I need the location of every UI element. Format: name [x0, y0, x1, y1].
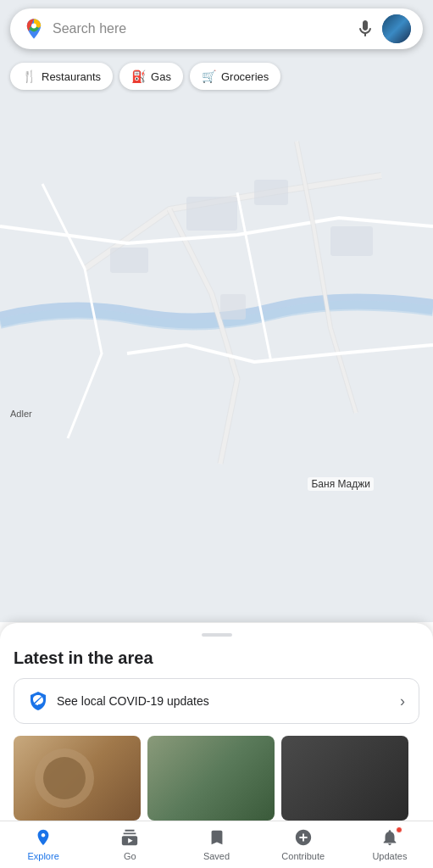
bottom-sheet-handle — [202, 633, 232, 637]
covid-card-left: See local COVID-19 updates — [28, 691, 209, 711]
go-label: Go — [124, 852, 136, 861]
chip-groceries[interactable]: 🛒 Groceries — [190, 63, 280, 90]
svg-rect-4 — [220, 294, 246, 320]
search-area: Search here 🍴 Restaurants ⛽ Gas 🛒 Grocer… — [0, 0, 433, 56]
chip-restaurants[interactable]: 🍴 Restaurants — [10, 63, 113, 90]
nav-item-explore[interactable]: Explore — [0, 823, 86, 866]
bottom-sheet: Latest in the area See local COVID-19 up… — [0, 623, 433, 821]
svg-rect-2 — [254, 180, 288, 205]
contribute-label: Contribute — [281, 852, 325, 861]
restaurant-icon: 🍴 — [22, 70, 36, 83]
search-input[interactable]: Search here — [53, 21, 348, 36]
bottom-navigation: Explore Go Saved Contribute Updates — [0, 821, 433, 868]
mic-icon[interactable] — [355, 19, 375, 39]
covid-card-text: See local COVID-19 updates — [57, 694, 209, 708]
updates-label: Updates — [372, 852, 407, 861]
nav-item-updates[interactable]: Updates — [347, 823, 433, 866]
nav-item-go[interactable]: Go — [86, 823, 173, 866]
avatar[interactable] — [382, 14, 411, 43]
search-bar[interactable]: Search here — [10, 8, 423, 49]
latest-in-area-title: Latest in the area — [0, 648, 433, 678]
groceries-icon: 🛒 — [202, 70, 216, 83]
covid-shield-icon — [28, 691, 48, 711]
nav-item-contribute[interactable]: Contribute — [260, 823, 347, 866]
gas-icon: ⛽ — [131, 70, 146, 83]
avatar-image — [382, 14, 411, 43]
svg-point-6 — [31, 24, 36, 29]
adler-map-label: Adler — [10, 409, 32, 419]
explore-label: Explore — [27, 852, 58, 861]
nav-item-saved[interactable]: Saved — [173, 823, 259, 866]
svg-rect-5 — [110, 248, 148, 273]
thumbnails-row — [0, 736, 433, 821]
svg-rect-3 — [330, 226, 373, 256]
chevron-right-icon: › — [400, 693, 405, 710]
saved-label: Saved — [203, 852, 230, 861]
chip-gas[interactable]: ⛽ Gas — [119, 63, 183, 90]
covid-card[interactable]: See local COVID-19 updates › — [14, 678, 419, 724]
food-thumbnail-2[interactable] — [147, 736, 275, 821]
place-map-label: Баня Маджи — [308, 477, 374, 491]
saved-icon — [208, 828, 226, 849]
explore-icon — [34, 828, 53, 849]
maps-pin-icon — [22, 17, 46, 41]
updates-icon-container — [380, 828, 399, 849]
go-icon — [120, 828, 139, 849]
chip-groceries-label: Groceries — [221, 70, 269, 83]
chip-restaurants-label: Restaurants — [42, 70, 101, 83]
svg-rect-1 — [186, 197, 237, 231]
chip-gas-label: Gas — [151, 70, 171, 83]
updates-badge-dot — [396, 826, 402, 833]
food-thumbnail-3[interactable] — [281, 736, 408, 821]
chips-area: 🍴 Restaurants ⛽ Gas 🛒 Groceries — [0, 56, 291, 97]
food-thumbnail-1[interactable] — [14, 736, 141, 821]
contribute-icon — [294, 828, 313, 849]
